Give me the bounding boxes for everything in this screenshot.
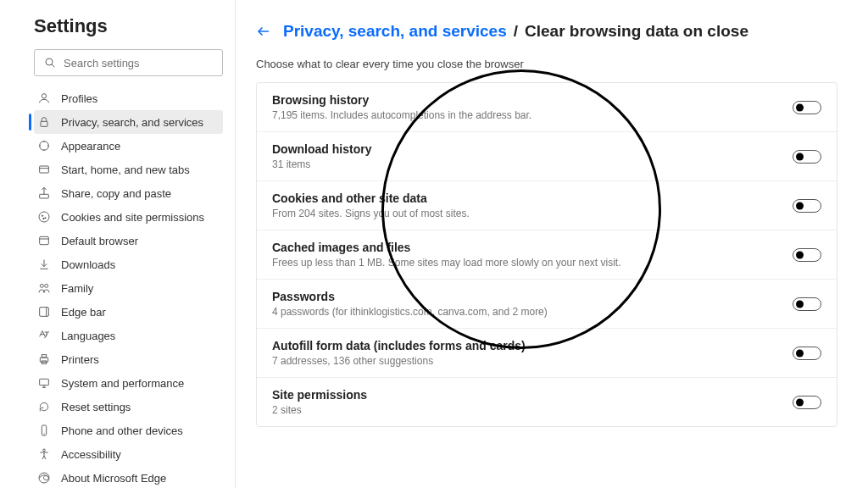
sidebar-item-about[interactable]: About Microsoft Edge <box>34 466 223 488</box>
language-icon <box>37 329 51 342</box>
option-title: Cookies and other site data <box>272 191 793 205</box>
sidebar-title: Settings <box>34 15 223 37</box>
toggle-cached[interactable] <box>793 248 821 262</box>
sidebar-item-edge-bar[interactable]: Edge bar <box>34 300 223 324</box>
option-row-download-history: Download history 31 items <box>257 132 837 181</box>
sidebar-item-printers[interactable]: Printers <box>34 347 223 371</box>
tabs-icon <box>37 163 51 176</box>
clear-data-card: Browsing history 7,195 items. Includes a… <box>256 82 837 427</box>
app-root: Settings Profiles Privacy, search, and s… <box>0 0 868 488</box>
svg-rect-22 <box>42 355 46 358</box>
search-settings-input[interactable] <box>64 57 214 69</box>
sidebar-item-label: Share, copy and paste <box>61 187 171 200</box>
svg-point-2 <box>42 94 46 98</box>
edge-logo-icon <box>37 471 51 485</box>
sidebar-item-cookies[interactable]: Cookies and site permissions <box>34 205 223 229</box>
sidebar-item-system[interactable]: System and performance <box>34 371 223 395</box>
svg-point-17 <box>40 284 43 287</box>
svg-rect-24 <box>40 379 49 385</box>
option-row-site-permissions: Site permissions 2 sites <box>257 378 837 426</box>
sidebar-item-privacy[interactable]: Privacy, search, and services <box>34 110 223 134</box>
sidebar-item-phone[interactable]: Phone and other devices <box>34 419 223 442</box>
sidebar-item-label: Default browser <box>61 235 138 247</box>
toggle-cookies[interactable] <box>793 199 821 213</box>
svg-point-10 <box>42 215 42 216</box>
sidebar-item-label: Family <box>61 282 93 295</box>
option-title: Site permissions <box>272 388 793 402</box>
sidebar-item-label: Profiles <box>61 92 97 105</box>
breadcrumb-parent-link[interactable]: Privacy, search, and services <box>283 22 507 41</box>
svg-point-11 <box>45 218 46 219</box>
svg-point-18 <box>45 284 48 287</box>
breadcrumb-separator: / <box>514 22 518 41</box>
sidebar-item-label: Start, home, and new tabs <box>61 164 190 176</box>
sidebar-item-start-home[interactable]: Start, home, and new tabs <box>34 158 223 181</box>
toggle-autofill[interactable] <box>793 347 821 360</box>
phone-icon <box>37 424 51 437</box>
sidebar-item-default-browser[interactable]: Default browser <box>34 229 223 252</box>
sidebar-item-label: System and performance <box>61 377 184 390</box>
search-settings-input-wrap[interactable] <box>34 49 223 76</box>
browser-icon <box>37 234 51 247</box>
sidebar-item-label: Reset settings <box>61 401 131 413</box>
svg-point-12 <box>43 218 44 219</box>
sidebar-item-share-copy[interactable]: Share, copy and paste <box>34 181 223 205</box>
search-icon <box>43 56 57 69</box>
breadcrumb: Privacy, search, and services / Clear br… <box>256 22 837 41</box>
sidebar-item-label: Accessibility <box>61 448 121 461</box>
family-icon <box>37 281 51 295</box>
sidebar-item-appearance[interactable]: Appearance <box>34 134 223 158</box>
back-button[interactable] <box>256 24 271 39</box>
sidebar-item-label: Printers <box>61 353 99 366</box>
sidebar-item-family[interactable]: Family <box>34 276 223 300</box>
breadcrumb-current: Clear browsing data on close <box>525 22 748 41</box>
settings-sidebar: Settings Profiles Privacy, search, and s… <box>0 0 236 488</box>
sidebar-item-label: About Microsoft Edge <box>61 472 166 485</box>
edge-bar-icon <box>37 305 51 319</box>
profile-icon <box>37 92 51 105</box>
svg-rect-3 <box>41 121 47 126</box>
sidebar-item-label: Appearance <box>61 140 120 152</box>
option-title: Passwords <box>272 290 793 303</box>
cookie-icon <box>37 210 51 224</box>
svg-line-1 <box>52 64 54 67</box>
svg-rect-13 <box>40 236 49 244</box>
sidebar-item-languages[interactable]: Languages <box>34 324 223 347</box>
appearance-icon <box>37 139 51 152</box>
share-icon <box>37 186 51 200</box>
sidebar-item-label: Privacy, search, and services <box>61 116 203 129</box>
main-content: Privacy, search, and services / Clear br… <box>236 0 868 488</box>
lock-icon <box>37 115 51 129</box>
svg-rect-19 <box>40 308 49 317</box>
svg-rect-21 <box>40 358 47 362</box>
toggle-browsing-history[interactable] <box>793 101 821 114</box>
sidebar-item-label: Downloads <box>61 258 115 271</box>
sidebar-item-label: Languages <box>61 330 115 342</box>
option-subtitle: Frees up less than 1 MB. Some sites may … <box>272 257 793 269</box>
option-row-browsing-history: Browsing history 7,195 items. Includes a… <box>257 83 837 132</box>
svg-rect-5 <box>40 166 49 173</box>
svg-point-30 <box>39 473 49 483</box>
sidebar-item-accessibility[interactable]: Accessibility <box>34 442 223 466</box>
system-icon <box>37 376 51 390</box>
option-subtitle: From 204 sites. Signs you out of most si… <box>272 208 793 219</box>
option-title: Browsing history <box>272 93 793 107</box>
sidebar-item-profiles[interactable]: Profiles <box>34 86 223 110</box>
toggle-passwords[interactable] <box>793 297 821 311</box>
toggle-download-history[interactable] <box>793 150 821 164</box>
download-icon <box>37 258 51 271</box>
svg-point-29 <box>43 449 46 452</box>
option-title: Autofill form data (includes forms and c… <box>272 339 793 352</box>
page-description: Choose what to clear every time you clos… <box>256 58 837 70</box>
sidebar-item-label: Edge bar <box>61 306 106 319</box>
sidebar-item-label: Phone and other devices <box>61 424 183 437</box>
option-title: Cached images and files <box>272 241 793 254</box>
printer-icon <box>37 352 51 366</box>
svg-rect-8 <box>40 194 49 198</box>
sidebar-item-reset[interactable]: Reset settings <box>34 395 223 419</box>
option-row-cached: Cached images and files Frees up less th… <box>257 230 837 280</box>
option-subtitle: 4 passwords (for ithinklogistics.com, ca… <box>272 306 793 318</box>
option-subtitle: 7,195 items. Includes autocompletions in… <box>272 109 793 121</box>
toggle-site-permissions[interactable] <box>793 396 821 409</box>
sidebar-item-downloads[interactable]: Downloads <box>34 252 223 276</box>
